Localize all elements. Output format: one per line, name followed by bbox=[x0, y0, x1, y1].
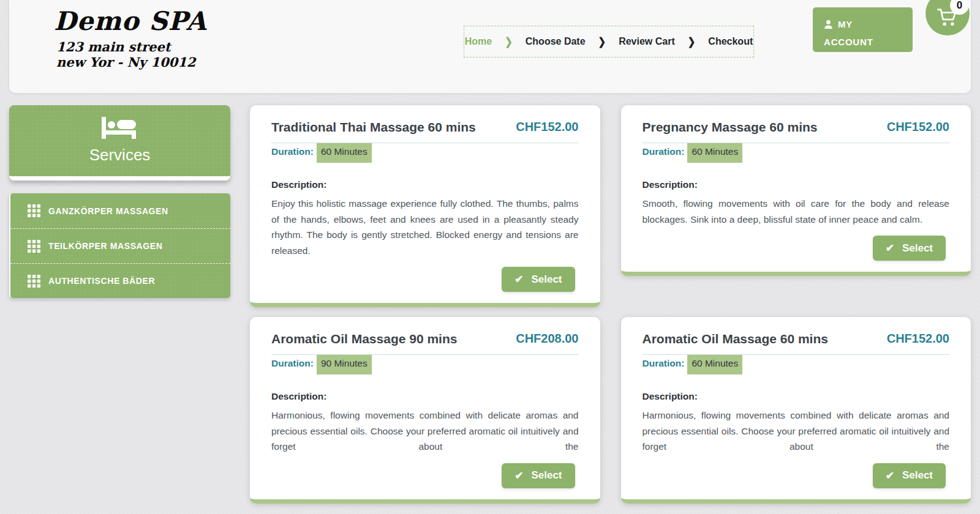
duration-row: Duration: 90 Minutes bbox=[271, 355, 579, 374]
select-button[interactable]: ✔ Select bbox=[873, 236, 946, 261]
service-title: Aromatic Oil Massage 90 mins bbox=[271, 332, 457, 346]
duration-row: Duration: 60 Minutes bbox=[271, 143, 579, 163]
duration-label: Duration: bbox=[271, 355, 314, 369]
category-menu: GANZKÖRPER MASSAGEN TEILKÖRPER MASSAGEN bbox=[9, 193, 230, 298]
select-button[interactable]: ✔ Select bbox=[502, 267, 575, 292]
content: Services GANZKÖRPER MASSAGEN bbox=[0, 93, 980, 504]
check-icon: ✔ bbox=[886, 469, 894, 482]
sidebar-item-teilkoerper-massagen[interactable]: TEILKÖRPER MASSAGEN bbox=[10, 228, 230, 263]
service-card: Aromatic Oil Massage 90 mins CHF208.00 D… bbox=[250, 317, 600, 504]
service-description: Harmonious, flowing movements combined w… bbox=[271, 408, 579, 455]
grid-icon bbox=[28, 204, 40, 217]
description-label: Description: bbox=[643, 391, 950, 402]
breadcrumb-home[interactable]: Home bbox=[465, 36, 492, 47]
duration-value: 90 Minutes bbox=[317, 355, 372, 374]
logo-title: Demo SPA bbox=[54, 7, 207, 35]
sidebar-item-label: GANZKÖRPER MASSAGEN bbox=[48, 206, 168, 216]
duration-row: Duration: 60 Minutes bbox=[643, 355, 950, 374]
service-card: Pregnancy Massage 60 mins CHF152.00 Dura… bbox=[621, 105, 971, 276]
card-header: Pregnancy Massage 60 mins CHF152.00 bbox=[643, 120, 950, 143]
sidebar-item-label: AUTHENTISCHE BÄDER bbox=[48, 276, 155, 286]
card-header: Traditional Thai Massage 60 mins CHF152.… bbox=[271, 120, 579, 143]
card-header: Aromatic Oil Massage 90 mins CHF208.00 bbox=[271, 332, 579, 355]
service-description: Harmonious, flowing movements combined w… bbox=[643, 408, 950, 455]
chevron-right-icon: ❯ bbox=[505, 35, 513, 48]
grid-icon bbox=[28, 275, 40, 288]
description-label: Description: bbox=[271, 391, 579, 402]
sidebar-item-ganzkoerper-massagen[interactable]: GANZKÖRPER MASSAGEN bbox=[10, 193, 230, 228]
duration-label: Duration: bbox=[271, 143, 314, 157]
service-card: Aromatic Oil Massage 60 mins CHF152.00 D… bbox=[621, 317, 971, 504]
card-header: Aromatic Oil Massage 60 mins CHF152.00 bbox=[643, 332, 950, 355]
service-price: CHF152.00 bbox=[887, 120, 949, 134]
duration-value: 60 Minutes bbox=[317, 143, 372, 163]
duration-value: 60 Minutes bbox=[687, 355, 742, 374]
service-price: CHF152.00 bbox=[516, 120, 578, 134]
breadcrumb-choose-date[interactable]: Choose Date bbox=[526, 36, 586, 47]
check-icon: ✔ bbox=[514, 469, 523, 482]
breadcrumb: Home ❯ Choose Date ❯ Review Cart ❯ Check… bbox=[464, 26, 754, 58]
check-icon: ✔ bbox=[514, 273, 523, 286]
breadcrumb-review-cart[interactable]: Review Cart bbox=[619, 36, 675, 47]
service-grid: Traditional Thai Massage 60 mins CHF152.… bbox=[250, 105, 971, 504]
duration-value: 60 Minutes bbox=[687, 143, 742, 163]
card-actions: ✔ Select bbox=[271, 463, 579, 488]
description-label: Description: bbox=[271, 179, 579, 190]
select-button[interactable]: ✔ Select bbox=[873, 463, 946, 488]
service-description: Smooth, flowing movements with oil care … bbox=[643, 196, 950, 227]
sidebar: Services GANZKÖRPER MASSAGEN bbox=[9, 105, 230, 298]
my-account-button[interactable]: MY ACCOUNT bbox=[813, 7, 913, 52]
service-price: CHF208.00 bbox=[516, 332, 578, 346]
duration-label: Duration: bbox=[643, 143, 685, 157]
service-card: Traditional Thai Massage 60 mins CHF152.… bbox=[250, 105, 600, 307]
select-label: Select bbox=[531, 274, 562, 286]
duration-row: Duration: 60 Minutes bbox=[643, 143, 950, 163]
description-label: Description: bbox=[643, 179, 950, 190]
logo-address: 123 main street new Yor - Ny 10012 bbox=[56, 39, 207, 70]
logo: Demo SPA 123 main street new Yor - Ny 10… bbox=[54, 7, 207, 70]
service-description: Enjoy this holistic massage experience f… bbox=[271, 196, 579, 258]
card-actions: ✔ Select bbox=[643, 236, 950, 261]
duration-label: Duration: bbox=[643, 355, 685, 369]
sidebar-item-authentische-baeder[interactable]: AUTHENTISCHE BÄDER bbox=[10, 263, 230, 298]
select-label: Select bbox=[902, 242, 933, 255]
service-title: Traditional Thai Massage 60 mins bbox=[271, 120, 476, 135]
header: Demo SPA 123 main street new Yor - Ny 10… bbox=[9, 0, 971, 93]
logo-address-line2: new Yor - Ny 10012 bbox=[56, 54, 207, 70]
sidebar-item-label: TEILKÖRPER MASSAGEN bbox=[48, 241, 162, 251]
service-title: Aromatic Oil Massage 60 mins bbox=[643, 332, 828, 346]
services-header-card: Services bbox=[9, 105, 230, 181]
grid-icon bbox=[28, 240, 40, 253]
person-icon bbox=[824, 20, 833, 29]
breadcrumb-checkout[interactable]: Checkout bbox=[708, 36, 753, 47]
card-actions: ✔ Select bbox=[271, 267, 579, 292]
chevron-right-icon: ❯ bbox=[688, 35, 696, 48]
select-label: Select bbox=[902, 469, 933, 482]
chevron-right-icon: ❯ bbox=[598, 35, 606, 48]
check-icon: ✔ bbox=[886, 242, 894, 255]
logo-address-line1: 123 main street bbox=[56, 39, 207, 54]
service-price: CHF152.00 bbox=[887, 332, 949, 346]
services-title: Services bbox=[89, 146, 151, 165]
service-title: Pregnancy Massage 60 mins bbox=[643, 120, 818, 135]
bed-icon bbox=[100, 117, 140, 140]
select-button[interactable]: ✔ Select bbox=[502, 463, 575, 488]
select-label: Select bbox=[531, 469, 562, 482]
card-actions: ✔ Select bbox=[643, 463, 950, 488]
